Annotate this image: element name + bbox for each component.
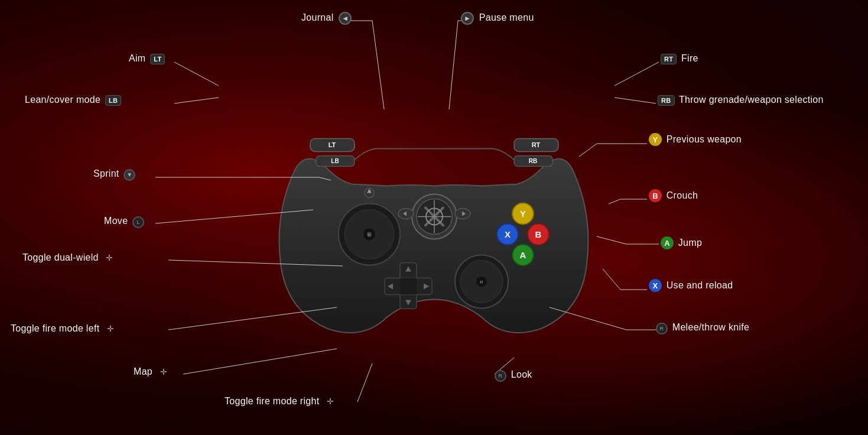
toggle-fire-right-label: Toggle fire mode right ✛ [225, 395, 337, 408]
svg-text:LT: LT [328, 141, 336, 148]
jump-text: Jump [678, 238, 702, 248]
fire-label: RT Fire [659, 53, 698, 64]
lean-text: Lean/cover mode [25, 95, 100, 105]
b-button-icon: B [649, 189, 662, 202]
toggle-fire-left-text: Toggle fire mode left [11, 323, 99, 333]
toggle-dual-label: Toggle dual-wield ✛ [22, 251, 116, 264]
pause-menu-label: ► Pause menu [461, 12, 534, 25]
svg-text:Y: Y [519, 209, 525, 219]
a-button-icon: A [661, 236, 674, 249]
dpad-right-icon: ✛ [324, 395, 337, 408]
previous-weapon-label: Y Previous weapon [647, 133, 742, 146]
r-stick-look-icon: R [495, 370, 506, 382]
toggle-fire-left-label: Toggle fire mode left ✛ [11, 322, 117, 335]
rb-badge: RB [658, 95, 675, 106]
rt-badge: RT [661, 54, 677, 64]
journal-label: Journal ◄ [301, 12, 352, 25]
controller-image: LT RT LB RB [257, 98, 612, 346]
previous-weapon-text: Previous weapon [667, 134, 742, 144]
svg-text:L: L [368, 232, 370, 238]
lt-badge: LT [150, 54, 165, 64]
look-label: R Look [495, 369, 532, 382]
journal-icon: ◄ [339, 12, 352, 25]
use-reload-label: X Use and reload [647, 279, 733, 292]
move-text: Move [104, 216, 128, 226]
crouch-text: Crouch [667, 190, 698, 200]
svg-text:R: R [480, 280, 483, 285]
melee-label: R Melee/throw knife [656, 322, 749, 335]
move-label: Move L [104, 216, 144, 228]
sprint-icon: ▼ [123, 169, 135, 181]
svg-text:X: X [504, 229, 510, 239]
dpad-left-icon: ✛ [104, 322, 117, 335]
x-button-icon: X [649, 279, 662, 292]
svg-text:RB: RB [528, 158, 537, 164]
lean-label: Lean/cover mode LB [25, 95, 123, 106]
y-button-icon: Y [649, 133, 662, 146]
crouch-label: B Crouch [647, 189, 698, 202]
r-stick-icon-melee: R [656, 323, 668, 335]
jump-label: A Jump [659, 236, 702, 249]
grenade-label: RB Throw grenade/weapon selection [656, 95, 824, 106]
toggle-dual-text: Toggle dual-wield [22, 252, 99, 262]
use-reload-text: Use and reload [667, 280, 733, 290]
map-label: Map ✛ [134, 365, 170, 378]
aim-text: Aim [129, 53, 145, 63]
aim-label: Aim LT [129, 53, 167, 64]
toggle-fire-right-text: Toggle fire mode right [225, 396, 319, 406]
lb-badge: LB [105, 95, 121, 106]
map-text: Map [134, 366, 152, 376]
look-text: Look [511, 369, 532, 379]
svg-text:LB: LB [331, 158, 339, 164]
dpad-map-icon: ✛ [157, 365, 170, 378]
journal-text: Journal [301, 12, 334, 22]
svg-text:RT: RT [531, 141, 540, 148]
fire-text: Fire [681, 53, 698, 63]
sprint-text: Sprint [93, 168, 119, 178]
pause-icon: ► [461, 12, 474, 25]
melee-text: Melee/throw knife [672, 322, 750, 332]
svg-text:A: A [519, 250, 526, 260]
sprint-label: Sprint ▼ [93, 168, 135, 181]
pause-text: Pause menu [479, 12, 534, 22]
dpad-icon: ✛ [103, 251, 116, 264]
l-stick-icon: L [132, 216, 144, 228]
svg-rect-16 [400, 278, 417, 294]
svg-text:B: B [535, 229, 541, 239]
grenade-text: Throw grenade/weapon selection [679, 95, 824, 105]
